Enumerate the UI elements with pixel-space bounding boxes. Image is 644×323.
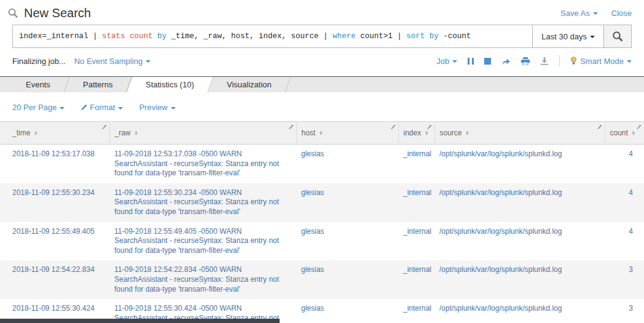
cell-source[interactable]: /opt/splunk/var/log/splunk/splunkd.log bbox=[434, 145, 605, 183]
column-header-count[interactable]: count▲▼ bbox=[605, 122, 644, 145]
tab-patterns[interactable]: Patterns bbox=[64, 77, 132, 92]
format-label: Format bbox=[90, 103, 115, 112]
search-submit-button[interactable] bbox=[603, 25, 632, 48]
sort-icon[interactable]: ▲▼ bbox=[466, 130, 469, 135]
chevron-down-icon bbox=[146, 60, 151, 63]
header-actions: Save As Close bbox=[560, 9, 632, 18]
tab-label: Events bbox=[26, 80, 50, 89]
cell-index[interactable]: _internal bbox=[398, 299, 434, 323]
cell-time[interactable]: 2018-11-09 12:54:22.834 bbox=[0, 260, 109, 299]
chevron-down-icon bbox=[60, 107, 65, 110]
chevron-down-icon bbox=[593, 12, 598, 15]
event-sampling-link[interactable]: No Event Sampling bbox=[74, 57, 151, 66]
chevron-down-icon bbox=[627, 60, 632, 63]
column-header-index[interactable]: index▲▼ bbox=[398, 122, 434, 145]
cell-source[interactable]: /opt/splunk/var/log/splunk/splunkd.log bbox=[434, 260, 605, 299]
pause-icon bbox=[468, 58, 474, 65]
job-menu[interactable]: Job bbox=[436, 57, 457, 66]
results-tbody: 2018-11-09 12:53:17.03811-09-2018 12:53:… bbox=[0, 145, 644, 323]
cell-time[interactable]: 2018-11-09 12:53:17.038 bbox=[0, 145, 109, 183]
print-button[interactable] bbox=[521, 57, 530, 65]
results-table: _time▲▼_raw▲▼host▲▼index▲▼source▲▼count▲… bbox=[0, 121, 644, 323]
search-query: index=_internal | stats count by _time, … bbox=[19, 32, 471, 41]
preview-label: Preview bbox=[139, 103, 167, 112]
column-label: source bbox=[440, 129, 462, 137]
time-range-picker[interactable]: Last 30 days bbox=[532, 25, 604, 48]
job-status-bar: Finalizing job... No Event Sampling Job … bbox=[0, 48, 644, 74]
cell-host[interactable]: glesias bbox=[296, 299, 398, 323]
table-row: 2018-11-09 12:55:30.23411-09-2018 12:55:… bbox=[0, 183, 644, 222]
cell-raw[interactable]: 11-09-2018 12:54:22.834 -0500 WARN Searc… bbox=[109, 260, 296, 299]
cell-index[interactable]: _internal bbox=[398, 260, 434, 299]
cell-time[interactable]: 2018-11-09 12:55:30.234 bbox=[0, 183, 109, 222]
cell-index[interactable]: _internal bbox=[398, 145, 434, 183]
tab-visualization[interactable]: Visualization bbox=[208, 77, 291, 92]
column-label: _raw bbox=[115, 129, 131, 137]
results-toolbar: 20 Per Page Format Preview bbox=[0, 92, 644, 121]
cell-host[interactable]: glesias bbox=[296, 183, 398, 222]
column-header-_time[interactable]: _time▲▼ bbox=[0, 122, 109, 145]
chevron-down-icon bbox=[452, 60, 457, 63]
format-menu[interactable]: Format bbox=[80, 103, 123, 112]
edit-column-icon[interactable] bbox=[390, 124, 396, 130]
cell-source[interactable]: /opt/splunk/var/log/splunk/splunkd.log bbox=[434, 183, 605, 222]
edit-column-icon[interactable] bbox=[288, 124, 294, 130]
edit-column-icon[interactable] bbox=[101, 124, 107, 130]
column-header-_raw[interactable]: _raw▲▼ bbox=[109, 122, 296, 145]
preview-toggle[interactable]: Preview bbox=[139, 103, 175, 112]
splunk-search-app: New Search Save As Close index=_internal… bbox=[0, 0, 644, 323]
tab-events[interactable]: Events bbox=[7, 77, 69, 92]
cell-raw[interactable]: 11-09-2018 12:55:49.405 -0500 WARN Searc… bbox=[109, 222, 296, 261]
sort-icon[interactable]: ▲▼ bbox=[632, 130, 635, 135]
job-menu-label: Job bbox=[436, 57, 449, 66]
cell-raw[interactable]: 11-09-2018 12:55:30.234 -0500 WARN Searc… bbox=[109, 183, 296, 222]
column-label: host bbox=[302, 129, 316, 137]
export-button[interactable] bbox=[540, 57, 549, 65]
column-header-source[interactable]: source▲▼ bbox=[434, 122, 605, 145]
event-sampling-label: No Event Sampling bbox=[74, 57, 143, 66]
save-as-label: Save As bbox=[560, 9, 590, 18]
edit-column-icon[interactable] bbox=[597, 124, 602, 130]
cell-host[interactable]: glesias bbox=[296, 145, 398, 183]
search-bar: index=_internal | stats count by _time, … bbox=[12, 25, 632, 48]
cell-index[interactable]: _internal bbox=[398, 183, 434, 222]
per-page-selector[interactable]: 20 Per Page bbox=[12, 103, 65, 112]
cell-count[interactable]: 3 bbox=[605, 299, 644, 323]
pause-button[interactable] bbox=[468, 58, 474, 65]
cell-source[interactable]: /opt/splunk/var/log/splunk/splunkd.log bbox=[434, 222, 605, 261]
sort-icon[interactable]: ▲▼ bbox=[425, 130, 428, 135]
table-row: 2018-11-09 12:54:22.83411-09-2018 12:54:… bbox=[0, 260, 644, 299]
sort-icon[interactable]: ▲▼ bbox=[319, 130, 323, 135]
search-query-input[interactable]: index=_internal | stats count by _time, … bbox=[12, 25, 533, 48]
close-link[interactable]: Close bbox=[611, 9, 632, 18]
cell-host[interactable]: glesias bbox=[296, 222, 398, 261]
job-status-text: Finalizing job... bbox=[12, 57, 66, 66]
table-header-row: _time▲▼_raw▲▼host▲▼index▲▼source▲▼count▲… bbox=[0, 122, 644, 145]
tab-statistics[interactable]: Statistics (10) bbox=[127, 77, 214, 92]
cell-time[interactable]: 2018-11-09 12:55:49.405 bbox=[0, 222, 109, 261]
smart-mode-link[interactable]: Smart Mode bbox=[570, 57, 632, 66]
sort-icon[interactable]: ▲▼ bbox=[135, 130, 138, 135]
tab-label: Patterns bbox=[83, 80, 112, 89]
save-as-link[interactable]: Save As bbox=[560, 9, 598, 18]
cell-index[interactable]: _internal bbox=[398, 222, 434, 261]
cell-source[interactable]: /opt/splunk/var/log/splunk/splunkd.log bbox=[434, 299, 605, 323]
cell-host[interactable]: glesias bbox=[296, 260, 398, 299]
edit-column-icon[interactable] bbox=[636, 124, 642, 130]
column-label: index bbox=[404, 129, 422, 137]
job-controls: Job Smart Mode bbox=[436, 55, 632, 66]
stop-button[interactable] bbox=[484, 58, 491, 65]
column-header-host[interactable]: host▲▼ bbox=[296, 122, 398, 145]
edit-column-icon[interactable] bbox=[426, 124, 432, 130]
share-button[interactable] bbox=[501, 57, 511, 65]
cell-count[interactable]: 4 bbox=[605, 222, 644, 261]
cell-raw[interactable]: 11-09-2018 12:53:17.038 -0500 WARN Searc… bbox=[109, 145, 296, 183]
cell-count[interactable]: 3 bbox=[605, 260, 644, 299]
cell-count[interactable]: 4 bbox=[605, 183, 644, 222]
chevron-down-icon bbox=[590, 36, 595, 38]
cell-count[interactable]: 4 bbox=[605, 145, 644, 183]
tab-label: Statistics (10) bbox=[146, 80, 194, 89]
horizontal-scrollbar-thumb[interactable] bbox=[0, 319, 280, 323]
search-icon bbox=[611, 30, 624, 42]
sort-icon[interactable]: ▲▼ bbox=[34, 130, 37, 135]
